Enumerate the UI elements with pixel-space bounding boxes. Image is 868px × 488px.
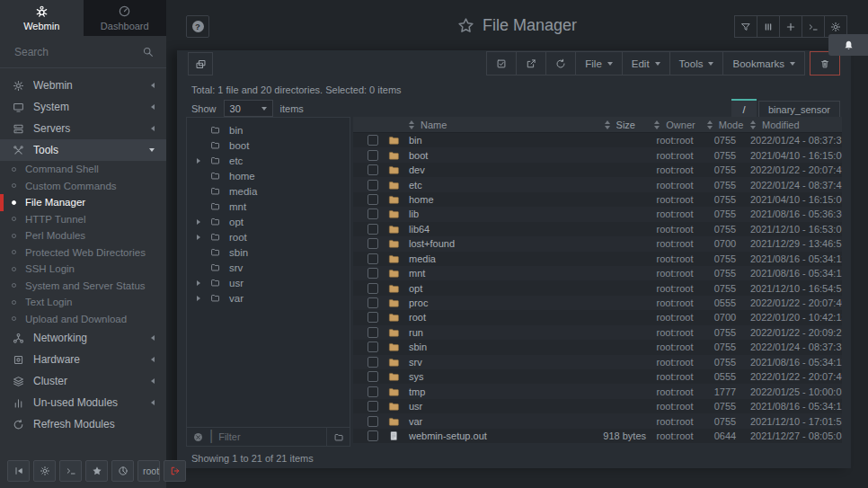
table-row[interactable]: webmin-setup.out 918 bytes root:root 064… (353, 429, 842, 443)
sidebar-item-text-login[interactable]: Text Login (0, 294, 166, 311)
tree-item[interactable]: home (187, 168, 350, 183)
table-row[interactable]: opt root:root 0755 2021/12/10 - 16:54:57 (353, 280, 842, 295)
file-name[interactable]: lib64 (409, 224, 569, 235)
table-row[interactable]: sys root:root 0555 2022/01/22 - 20:07:40 (353, 369, 842, 384)
header-size[interactable]: Size (569, 120, 650, 130)
edit-menu-button[interactable]: Edit (622, 51, 670, 75)
row-checkbox[interactable] (368, 253, 378, 264)
tree-expander-icon[interactable] (193, 280, 204, 286)
row-checkbox[interactable] (368, 268, 378, 279)
file-type-icon[interactable] (387, 283, 400, 294)
bookmarks-menu-button[interactable]: Bookmarks (722, 51, 805, 75)
tree-item[interactable]: srv (187, 260, 350, 275)
row-checkbox[interactable] (368, 150, 378, 161)
sort-icon[interactable] (605, 120, 611, 129)
table-row[interactable]: lost+found root:root 0700 2021/12/29 - 1… (353, 236, 842, 251)
sidebar-item-protected-web-directories[interactable]: Protected Web Directories (0, 244, 166, 262)
sidebar-item-system-server-status[interactable]: System and Server Status (0, 278, 166, 295)
file-name[interactable]: dev (409, 164, 569, 175)
sidebar-item-servers[interactable]: Servers (0, 118, 166, 139)
table-row[interactable]: run root:root 0755 2022/01/22 - 20:09:21 (353, 325, 842, 340)
sort-icon[interactable] (707, 120, 713, 129)
file-name[interactable]: home (409, 194, 569, 205)
row-checkbox[interactable] (368, 283, 378, 294)
table-row[interactable]: var root:root 0755 2021/12/10 - 17:01:55 (353, 413, 842, 428)
add-button[interactable] (779, 15, 802, 38)
columns-button[interactable] (757, 15, 780, 38)
file-type-icon[interactable] (387, 150, 400, 161)
file-type-icon[interactable] (387, 297, 400, 308)
row-checkbox[interactable] (368, 238, 378, 249)
tree-item[interactable]: bin (187, 122, 350, 138)
file-name[interactable]: srv (409, 357, 569, 368)
file-type-icon[interactable] (387, 327, 400, 338)
sidebar-item-system[interactable]: System (0, 96, 166, 118)
file-name[interactable]: proc (409, 297, 569, 308)
theme-toggle-button[interactable] (33, 460, 56, 482)
sidebar-item-file-manager[interactable]: File Manager (0, 194, 166, 211)
file-name[interactable]: sbin (409, 342, 569, 352)
table-row[interactable]: media root:root 0755 2021/08/16 - 05:34:… (353, 252, 842, 266)
table-row[interactable]: root root:root 0700 2022/01/20 - 10:42:1… (353, 310, 842, 324)
file-type-icon[interactable] (387, 386, 400, 397)
sidebar-item-refresh-modules[interactable]: Refresh Modules (0, 413, 166, 435)
sidebar-item-command-shell[interactable]: Command Shell (0, 161, 166, 178)
sidebar-item-http-tunnel[interactable]: HTTP Tunnel (0, 211, 166, 228)
file-type-icon[interactable] (387, 209, 400, 219)
favorites-button[interactable] (85, 460, 108, 482)
table-row[interactable]: mnt root:root 0755 2021/08/16 - 05:34:12 (353, 266, 842, 280)
sort-icon[interactable] (654, 120, 660, 129)
table-row[interactable]: sbin root:root 0755 2022/01/24 - 08:37:3… (353, 340, 842, 354)
sidebar-item-tools[interactable]: Tools (0, 139, 166, 161)
table-row[interactable]: srv root:root 0755 2021/08/16 - 05:34:12 (353, 355, 842, 369)
notifications-bell[interactable] (828, 34, 868, 56)
sort-icon[interactable] (409, 120, 415, 129)
tree-filter-input[interactable] (217, 430, 326, 443)
row-checkbox[interactable] (368, 430, 378, 441)
table-row[interactable]: boot root:root 0755 2021/04/10 - 16:15:0… (353, 147, 842, 162)
star-favorite-icon[interactable] (457, 17, 474, 34)
tree-item[interactable]: sbin (187, 244, 350, 260)
file-name[interactable]: root (409, 312, 569, 323)
tree-expander-icon[interactable] (193, 296, 204, 301)
row-checkbox[interactable] (368, 135, 378, 146)
file-name[interactable]: tmp (409, 386, 569, 397)
file-name[interactable]: run (409, 327, 569, 338)
file-type-icon[interactable] (387, 342, 400, 352)
path-root-tab[interactable]: / (731, 99, 757, 119)
table-row[interactable]: etc root:root 0755 2022/01/24 - 08:37:42 (353, 177, 842, 191)
file-name[interactable]: mnt (409, 268, 569, 279)
shell-button[interactable] (802, 15, 825, 38)
file-name[interactable]: var (409, 416, 569, 427)
search-icon[interactable] (142, 46, 154, 58)
select-all-button[interactable] (486, 51, 517, 75)
export-button[interactable] (516, 51, 546, 75)
tree-item[interactable]: var (187, 290, 350, 306)
row-checkbox[interactable] (368, 209, 378, 219)
row-checkbox[interactable] (368, 386, 378, 397)
file-name[interactable]: opt (409, 283, 569, 294)
path-current-tab[interactable]: binary_sensor (758, 101, 840, 119)
tree-folder-button[interactable] (326, 428, 350, 446)
file-type-icon[interactable] (387, 268, 400, 279)
search-input[interactable] (13, 45, 142, 59)
header-modified[interactable]: Modified (750, 120, 842, 130)
file-name[interactable]: lib (409, 209, 569, 219)
row-checkbox[interactable] (368, 194, 378, 205)
clear-filter-icon[interactable] (193, 432, 203, 442)
row-checkbox[interactable] (368, 224, 378, 235)
tree-item[interactable]: opt (187, 214, 350, 229)
header-name[interactable]: Name (409, 120, 569, 130)
sidebar-item-perl-modules[interactable]: Perl Modules (0, 227, 166, 244)
file-type-icon[interactable] (387, 357, 400, 368)
file-name[interactable]: lost+found (409, 238, 569, 249)
refresh-button[interactable] (545, 51, 576, 75)
table-row[interactable]: lib root:root 0755 2021/08/16 - 05:36:30 (353, 207, 842, 221)
row-checkbox[interactable] (368, 164, 378, 175)
tree-expander-icon[interactable] (193, 158, 204, 164)
filter-button[interactable] (734, 15, 757, 38)
header-mode[interactable]: Mode (700, 120, 750, 130)
tab-dashboard[interactable]: Dashboard (84, 0, 167, 36)
tree-item[interactable]: mnt (187, 199, 350, 214)
file-type-icon[interactable] (387, 371, 400, 382)
